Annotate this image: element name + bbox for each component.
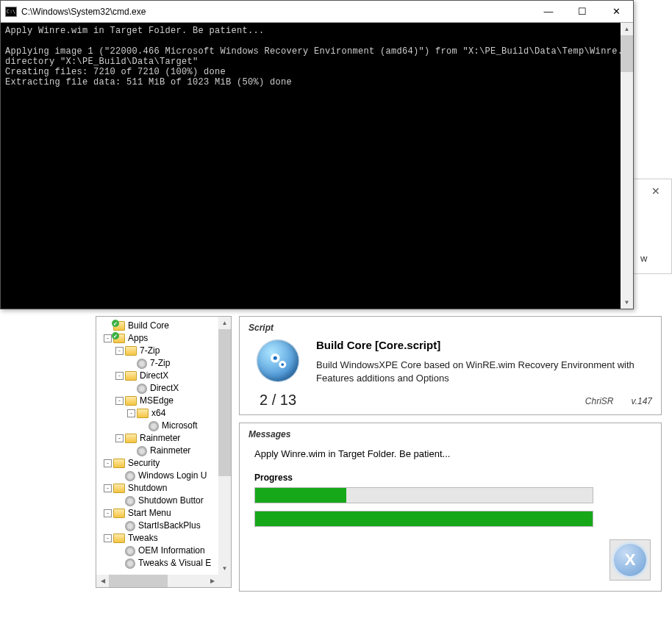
tree-item[interactable]: -Shutdown bbox=[98, 482, 229, 495]
tree-toggle[interactable]: - bbox=[104, 459, 112, 467]
gear-icon bbox=[125, 496, 135, 506]
tree-item[interactable]: -Rainmeter bbox=[98, 432, 229, 445]
script-description: Build WindowsXPE Core based on WinRE.wim… bbox=[316, 359, 652, 384]
cmd-scrollbar[interactable]: ▲ ▼ bbox=[621, 23, 633, 309]
builder-area: Build Core-Apps-7-Zip7-Zip-DirectXDirect… bbox=[96, 316, 662, 592]
tree-item[interactable]: DirectX bbox=[98, 382, 229, 395]
folder-icon bbox=[137, 409, 149, 418]
tree-label: Start Menu bbox=[128, 507, 171, 520]
tree-label: 7-Zip bbox=[140, 345, 160, 357]
tree-item[interactable]: 7-Zip bbox=[98, 357, 229, 370]
scroll-down-icon[interactable]: ▼ bbox=[621, 296, 633, 309]
tree-item[interactable]: Rainmeter bbox=[98, 445, 229, 457]
cmd-window: C:\ C:\Windows\System32\cmd.exe — ☐ ✕ Ap… bbox=[0, 0, 634, 309]
tree-item[interactable]: -DirectX bbox=[98, 370, 229, 382]
progress-bar-1 bbox=[254, 487, 593, 503]
minimize-button[interactable]: — bbox=[532, 1, 565, 22]
messages-card: Messages Apply Winre.wim in Target Folde… bbox=[239, 423, 662, 592]
tree-item[interactable]: -7-Zip bbox=[98, 345, 229, 357]
background-window: ✕ w bbox=[632, 179, 672, 274]
tree-toggle[interactable]: - bbox=[115, 372, 124, 380]
svg-point-2 bbox=[274, 356, 277, 360]
tree-label: Microsoft bbox=[162, 420, 198, 432]
gear-icon bbox=[125, 546, 135, 556]
tree-item[interactable]: Microsoft bbox=[98, 420, 229, 432]
tree-item[interactable]: -Tweaks bbox=[98, 532, 229, 545]
gear-icon bbox=[137, 384, 147, 394]
tree-item[interactable]: OEM Information bbox=[98, 545, 229, 557]
tree-label: Tweaks bbox=[128, 532, 158, 545]
tree-toggle[interactable]: - bbox=[104, 334, 112, 342]
tree-label: Tweaks & Visual E bbox=[138, 557, 211, 570]
cmd-titlebar[interactable]: C:\ C:\Windows\System32\cmd.exe — ☐ ✕ bbox=[1, 1, 633, 23]
close-icon[interactable]: ✕ bbox=[651, 185, 660, 197]
tree-panel: Build Core-Apps-7-Zip7-Zip-DirectXDirect… bbox=[96, 316, 232, 588]
tree-content[interactable]: Build Core-Apps-7-Zip7-Zip-DirectXDirect… bbox=[96, 317, 231, 587]
x-icon: X bbox=[625, 550, 636, 570]
scroll-down-icon[interactable]: ▼ bbox=[218, 562, 231, 575]
script-section-label: Script bbox=[249, 323, 652, 333]
progress-fill-2 bbox=[255, 511, 593, 526]
tree-item[interactable]: -Apps bbox=[98, 332, 229, 345]
script-version: v.147 bbox=[632, 396, 652, 406]
tree-toggle[interactable]: - bbox=[104, 534, 112, 542]
tree-label: Rainmeter bbox=[140, 432, 180, 445]
tree-toggle[interactable]: - bbox=[127, 409, 135, 417]
tree-vscrollbar[interactable]: ▲ ▼ bbox=[218, 317, 231, 575]
folder-icon bbox=[113, 534, 125, 543]
tree-item[interactable]: -x64 bbox=[98, 407, 229, 420]
scroll-up-icon[interactable]: ▲ bbox=[621, 23, 633, 35]
tree-label: x64 bbox=[151, 407, 165, 420]
terminal-icon: C:\ bbox=[5, 7, 17, 17]
svg-point-3 bbox=[281, 363, 284, 366]
tree-item[interactable]: -Start Menu bbox=[98, 507, 229, 520]
script-card: Script 2 / 13 Build Core [Core.script] B… bbox=[239, 316, 662, 415]
cmd-output: Apply Winre.wim in Target Folder. Be pat… bbox=[1, 23, 621, 309]
scroll-thumb[interactable] bbox=[621, 35, 633, 72]
tree-toggle[interactable]: - bbox=[104, 484, 112, 492]
tree-label: Security bbox=[128, 457, 160, 470]
folder-icon bbox=[125, 346, 137, 356]
messages-section-label: Messages bbox=[249, 429, 652, 439]
folder-icon bbox=[113, 334, 125, 343]
tree-toggle[interactable]: - bbox=[115, 397, 124, 405]
scroll-thumb[interactable] bbox=[109, 575, 168, 587]
scroll-thumb[interactable] bbox=[218, 329, 231, 476]
scroll-right-icon[interactable]: ▶ bbox=[206, 575, 218, 587]
tree-label: DirectX bbox=[150, 382, 179, 395]
tree-label: Build Core bbox=[128, 320, 169, 332]
tree-item[interactable]: Windows Login U bbox=[98, 470, 229, 482]
tree-item[interactable]: Shutdown Buttor bbox=[98, 495, 229, 507]
tree-label: OEM Information bbox=[138, 545, 205, 557]
gear-icon bbox=[137, 359, 147, 369]
gear-icon bbox=[125, 471, 135, 481]
stop-button[interactable]: X bbox=[610, 539, 651, 581]
cmd-title: C:\Windows\System32\cmd.exe bbox=[21, 7, 532, 17]
stop-circle-icon: X bbox=[614, 544, 646, 576]
scroll-left-icon[interactable]: ◀ bbox=[96, 575, 109, 587]
scroll-corner bbox=[218, 575, 231, 587]
tree-item[interactable]: StartIsBackPlus bbox=[98, 520, 229, 532]
tree-label: Windows Login U bbox=[138, 470, 207, 482]
progress-label: Progress bbox=[254, 473, 652, 483]
tree-item[interactable]: Tweaks & Visual E bbox=[98, 557, 229, 570]
bg-letter: w bbox=[640, 253, 647, 264]
script-title: Build Core [Core.script] bbox=[316, 339, 652, 351]
folder-icon bbox=[125, 434, 137, 443]
maximize-button[interactable]: ☐ bbox=[565, 1, 599, 22]
tree-label: Rainmeter bbox=[150, 445, 190, 457]
scroll-up-icon[interactable]: ▲ bbox=[218, 317, 231, 329]
tree-label: MSEdge bbox=[140, 395, 174, 407]
tree-item[interactable]: -Security bbox=[98, 457, 229, 470]
tree-item[interactable]: -MSEdge bbox=[98, 395, 229, 407]
tree-toggle[interactable]: - bbox=[115, 347, 124, 355]
tree-toggle[interactable]: - bbox=[115, 434, 124, 442]
folder-icon bbox=[113, 459, 125, 468]
close-button[interactable]: ✕ bbox=[599, 1, 633, 22]
tree-hscrollbar[interactable]: ◀ ▶ bbox=[96, 575, 218, 587]
folder-icon bbox=[125, 396, 137, 406]
tree-toggle[interactable]: - bbox=[104, 509, 112, 517]
tree-label: StartIsBackPlus bbox=[138, 520, 201, 532]
step-counter: 2 / 13 bbox=[260, 392, 296, 409]
tree-label: Apps bbox=[128, 332, 148, 345]
